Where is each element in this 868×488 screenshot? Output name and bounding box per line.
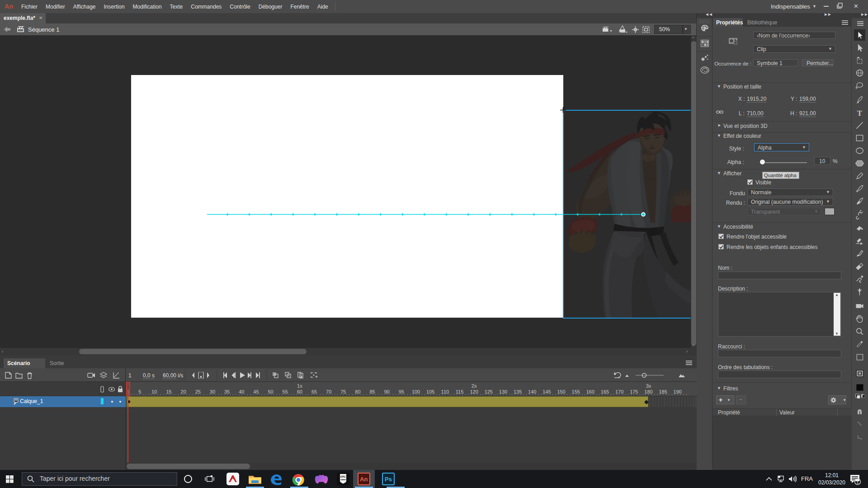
svg-text:GAMES: GAMES xyxy=(340,479,346,481)
svg-text:EPIC: EPIC xyxy=(340,475,346,478)
svg-text:T: T xyxy=(857,109,863,117)
svg-text:1: 1 xyxy=(856,480,859,484)
